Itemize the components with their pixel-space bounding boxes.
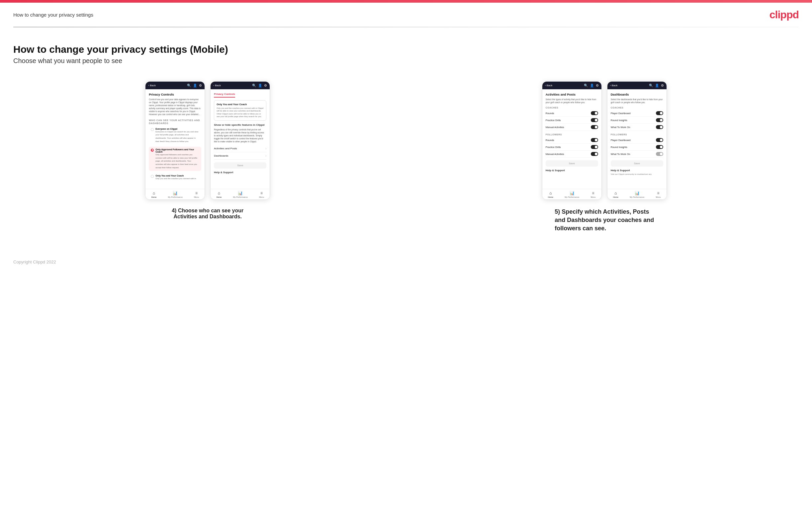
rounds-coaches-toggle[interactable] — [591, 111, 598, 115]
back-button-2[interactable]: ‹ Back — [213, 84, 221, 87]
home-label-1: Home — [151, 196, 156, 198]
profile-icon-4[interactable]: 👤 — [655, 83, 659, 87]
radio-approved[interactable] — [151, 149, 154, 152]
toggle-what-work-coaches[interactable]: What To Work On — [611, 124, 663, 131]
tab-performance-3[interactable]: 📊 My Performance — [565, 191, 579, 198]
tab-menu-4[interactable]: ≡ Menu — [656, 191, 661, 198]
home-icon-1: ⌂ — [153, 191, 155, 195]
what-work-followers-toggle[interactable] — [656, 152, 663, 156]
profile-icon-3[interactable]: 👤 — [590, 83, 594, 87]
settings-icon-4[interactable]: ⚙ — [661, 83, 664, 87]
option-everyone-text: Everyone on Clippd Everyone on Clippd ca… — [155, 128, 199, 143]
tab-home-1[interactable]: ⌂ Home — [151, 191, 156, 198]
list-item-dashboards[interactable]: Dashboards › — [214, 152, 266, 160]
tab-home-2[interactable]: ⌂ Home — [216, 191, 221, 198]
search-icon-2[interactable]: 🔍 — [252, 83, 256, 87]
drills-followers-label: Practice Drills — [546, 146, 561, 149]
settings-icon-2[interactable]: ⚙ — [264, 83, 267, 87]
logo: clippd — [769, 9, 799, 21]
bottom-bar-4: ⌂ Home 📊 My Performance ≡ Menu — [607, 189, 666, 200]
list-item-activities[interactable]: Activities and Posts › — [214, 145, 266, 152]
profile-icon[interactable]: 👤 — [193, 83, 197, 87]
tab-menu-1[interactable]: ≡ Menu — [194, 191, 199, 198]
option-only-you-text: Only You and Your Coach Only you and the… — [155, 174, 196, 180]
manual-coaches-toggle[interactable] — [591, 125, 598, 129]
back-button-3[interactable]: ‹ Back — [545, 84, 553, 87]
performance-label-3: My Performance — [565, 196, 579, 198]
search-icon[interactable]: 🔍 — [187, 83, 191, 87]
page-subtitle: Choose what you want people to see — [13, 57, 799, 65]
tab-home-4[interactable]: ⌂ Home — [613, 191, 618, 198]
drills-coaches-toggle[interactable] — [591, 118, 598, 122]
tab-performance-4[interactable]: 📊 My Performance — [630, 191, 644, 198]
toggle-round-insights-coaches[interactable]: Round Insights — [611, 117, 663, 124]
what-work-coaches-toggle[interactable] — [656, 125, 663, 129]
activities-posts-title: Activities and Posts — [546, 93, 598, 96]
save-button-4[interactable]: Save — [611, 160, 663, 167]
only-you-coach-title: Only You and Your Coach — [216, 103, 264, 106]
toggle-manual-coaches[interactable]: Manual Activities — [546, 124, 598, 131]
tab-performance-2[interactable]: 📊 My Performance — [233, 191, 248, 198]
radio-only-you[interactable] — [151, 175, 154, 178]
caption-4: 4) Choose who can see your Activities an… — [172, 208, 244, 220]
radio-everyone[interactable] — [151, 128, 154, 131]
round-insights-followers-label: Round Insights — [611, 146, 627, 149]
screenshots-row: ‹ Back 🔍 👤 ⚙ Privacy Controls Control ho… — [13, 81, 799, 233]
copyright: Copyright Clippd 2022 — [13, 260, 56, 265]
privacy-controls-text: Control how you and your data appears to… — [149, 98, 201, 116]
caption-5: 5) Specify which Activities, Posts and D… — [555, 208, 654, 233]
round-insights-coaches-toggle[interactable] — [656, 118, 663, 122]
toggle-drills-followers[interactable]: Practice Drills — [546, 144, 598, 151]
settings-icon-3[interactable]: ⚙ — [596, 83, 599, 87]
phone-nav-1: ‹ Back 🔍 👤 ⚙ — [146, 81, 205, 89]
toggle-player-dash-coaches[interactable]: Player Dashboard — [611, 110, 663, 117]
save-button-2[interactable]: Save — [214, 162, 266, 169]
settings-icon[interactable]: ⚙ — [199, 83, 202, 87]
phone-body-2: Privacy Controls Only You and Your Coach… — [211, 89, 270, 189]
tab-performance-1[interactable]: 📊 My Performance — [168, 191, 183, 198]
toggle-rounds-followers[interactable]: Rounds — [546, 137, 598, 144]
toggle-round-insights-followers[interactable]: Round Insights — [611, 144, 663, 151]
screenshot-group-2: ‹ Back 🔍 👤 ⚙ Activities and Posts Select… — [410, 81, 799, 233]
back-button-1[interactable]: ‹ Back — [148, 84, 156, 87]
player-dash-coaches-toggle[interactable] — [656, 111, 663, 115]
footer: Copyright Clippd 2022 — [0, 253, 812, 271]
option-only-you[interactable]: Only You and Your Coach Only you and the… — [149, 173, 201, 182]
rounds-followers-toggle[interactable] — [591, 138, 598, 142]
main-content: How to change your privacy settings (Mob… — [0, 27, 812, 253]
player-dash-followers-label: Player Dashboard — [611, 139, 631, 142]
toggle-rounds-coaches[interactable]: Rounds — [546, 110, 598, 117]
save-button-3[interactable]: Save — [546, 160, 598, 167]
who-can-see-label: Who Can See Your Activities and Dashboar… — [149, 119, 201, 125]
option-approved[interactable]: Only Approved Followers and Your Coach O… — [149, 147, 201, 171]
breadcrumb: How to change your privacy settings — [13, 12, 93, 17]
option-everyone[interactable]: Everyone on Clippd Everyone on Clippd ca… — [149, 126, 201, 145]
privacy-tab[interactable]: Privacy Controls — [214, 93, 235, 98]
activities-posts-label: Activities and Posts — [214, 147, 237, 150]
round-insights-followers-toggle[interactable] — [656, 145, 663, 149]
toggle-drills-coaches[interactable]: Practice Drills — [546, 117, 598, 124]
tab-menu-2[interactable]: ≡ Menu — [259, 191, 264, 198]
what-work-coaches-label: What To Work On — [611, 126, 630, 129]
dashboards-desc: Select the dashboards that you'd like to… — [611, 98, 663, 104]
home-label-3: Home — [548, 196, 553, 198]
tab-menu-3[interactable]: ≡ Menu — [591, 191, 596, 198]
player-dash-followers-toggle[interactable] — [656, 138, 663, 142]
toggle-manual-followers[interactable]: Manual Activities — [546, 151, 598, 158]
manual-followers-toggle[interactable] — [591, 152, 598, 156]
toggle-player-dash-followers[interactable]: Player Dashboard — [611, 137, 663, 144]
player-dash-coaches-label: Player Dashboard — [611, 112, 631, 115]
search-icon-3[interactable]: 🔍 — [584, 83, 588, 87]
coaches-label-4: COACHES — [611, 107, 663, 109]
back-button-4[interactable]: ‹ Back — [610, 84, 618, 87]
show-hide-text: Regardless of the privacy controls that … — [214, 128, 266, 143]
tab-home-3[interactable]: ⌂ Home — [548, 191, 553, 198]
drills-followers-toggle[interactable] — [591, 145, 598, 149]
menu-icon-1: ≡ — [195, 191, 198, 195]
search-icon-4[interactable]: 🔍 — [649, 83, 653, 87]
toggle-what-work-followers[interactable]: What To Work On — [611, 151, 663, 158]
help-support-2: Help & Support — [214, 169, 266, 175]
profile-icon-2[interactable]: 👤 — [258, 83, 262, 87]
phone-body-1: Privacy Controls Control how you and you… — [146, 89, 205, 189]
phone-nav-3: ‹ Back 🔍 👤 ⚙ — [542, 81, 601, 89]
